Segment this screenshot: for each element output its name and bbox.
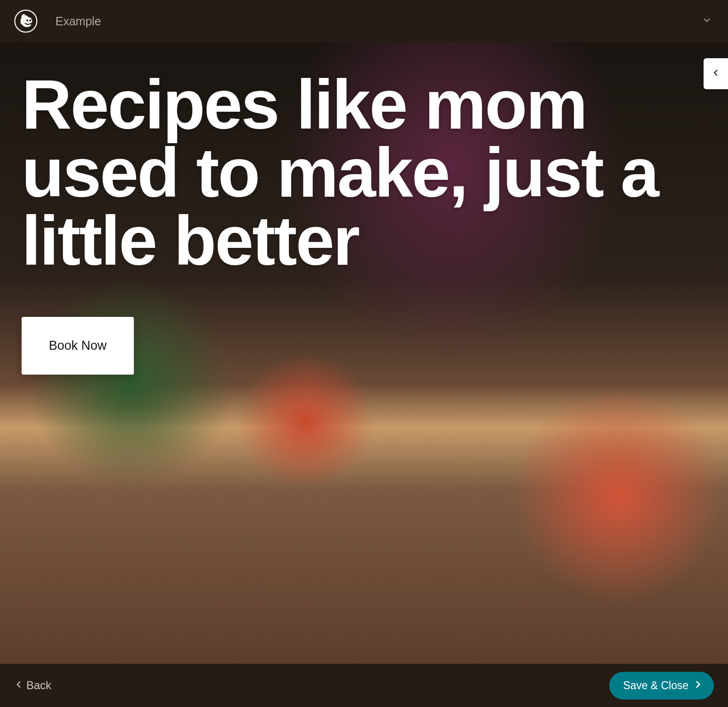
editor-canvas[interactable]: Recipes like mom used to make, just a li… (0, 42, 728, 664)
svg-point-1 (26, 19, 28, 21)
chevron-down-icon (702, 15, 712, 27)
hero-content: Recipes like mom used to make, just a li… (0, 42, 728, 403)
chevron-left-icon (712, 69, 720, 79)
back-label: Back (26, 679, 51, 692)
book-now-button[interactable]: Book Now (22, 317, 134, 375)
mailchimp-logo[interactable] (14, 9, 38, 33)
hero-title[interactable]: Recipes like mom used to make, just a li… (22, 70, 706, 275)
top-bar: Example (0, 0, 728, 42)
save-label: Save & Close (623, 679, 689, 692)
back-button[interactable]: Back (14, 679, 51, 692)
open-panel-button[interactable] (704, 58, 728, 89)
bottom-bar: Back Save & Close (0, 664, 728, 707)
project-name[interactable]: Example (55, 15, 101, 28)
chevron-left-icon (14, 679, 23, 692)
expand-menu-button[interactable] (702, 15, 712, 27)
chevron-right-icon (693, 679, 703, 692)
svg-point-2 (29, 19, 31, 21)
save-close-button[interactable]: Save & Close (609, 672, 714, 699)
